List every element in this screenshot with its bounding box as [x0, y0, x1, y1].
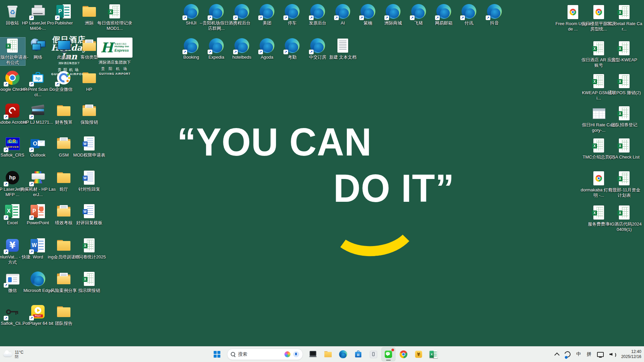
- excelf-icon: X: [616, 105, 632, 121]
- wordf-icon: W: [81, 135, 97, 152]
- desktop-icon[interactable]: ↗ HP LaserJet Pro M404-...: [25, 3, 51, 31]
- desktop-icon-label: 指示牌报销: [71, 288, 107, 293]
- clock[interactable]: 12:40 2025/12/16: [621, 349, 641, 359]
- ime-mode-indicator[interactable]: 中: [576, 351, 581, 357]
- edge-icon: ↗: [310, 38, 326, 54]
- ime-pinyin-indicator[interactable]: 拼: [587, 351, 591, 357]
- desktop-icon[interactable]: HP: [76, 70, 102, 92]
- desktop-icon[interactable]: ↗ 抖音: [482, 3, 507, 26]
- wallpaper-hero-line1: “YOU CAN: [177, 123, 372, 162]
- shortcut-arrow-icon: ↗: [460, 15, 465, 20]
- desktop-icon[interactable]: X 指示牌报销: [76, 271, 102, 293]
- taskbar-app-kunlun-vat[interactable]: ¥: [412, 347, 426, 361]
- desktop-icon[interactable]: X GSA Check List: [611, 137, 637, 160]
- desktop-icon[interactable]: X 每日值班经理记录MOD1...: [102, 3, 127, 31]
- tray-sync-icon[interactable]: [564, 350, 572, 359]
- txt-icon: [335, 38, 351, 54]
- network-icon[interactable]: [597, 352, 604, 357]
- desktop-icon[interactable]: X 假日酒店 AR 应收账号: [586, 40, 611, 68]
- excelf-icon: X: [616, 4, 632, 20]
- shortcut-arrow-icon: ↗: [182, 50, 187, 54]
- hpcircle-icon: hp↗: [4, 170, 20, 186]
- taskbar-app-microsoft-edge[interactable]: [336, 347, 350, 361]
- taskbar-app-google-chrome[interactable]: [396, 347, 411, 361]
- key-icon: ↗: [4, 304, 20, 320]
- desktop-icon[interactable]: X HB问卷统计2025: [76, 237, 102, 260]
- shortcut-arrow-icon: ↗: [55, 15, 60, 20]
- desktop-icon[interactable]: hp↗ HP Print Scan Doct...: [25, 70, 51, 98]
- pubapp-icon: P↗: [56, 3, 72, 19]
- desktop-icon[interactable]: X GC Retail Rate Car...: [611, 4, 637, 32]
- desktop-icon-label: GC Retail Rate Car...: [606, 21, 642, 32]
- desktop-icon[interactable]: X KWEAP GSM Dai...: [586, 73, 611, 101]
- desktop-icon[interactable]: 客信类型: [76, 38, 102, 60]
- volume-icon[interactable]: [609, 352, 615, 357]
- taskbar-app-wechat[interactable]: [381, 347, 395, 361]
- desktop-icon[interactable]: W 针对性回复: [76, 170, 102, 192]
- desktop-icon-label: HB问卷统计2025: [71, 254, 107, 260]
- desktop-icon[interactable]: 新建 文本文档: [330, 38, 356, 60]
- edge-icon: ↗: [385, 3, 401, 19]
- desktop-icon[interactable]: X IHG酒店代码20240409(1): [611, 204, 637, 232]
- desktop-icon-label: 客信类型: [71, 55, 107, 60]
- shortcut-arrow-icon: ↗: [29, 15, 34, 20]
- desktop-icon-label: 团队招券登记: [606, 122, 642, 128]
- shortcut-arrow-icon: ↗: [283, 15, 288, 20]
- desktop-icon[interactable]: X 通联POS 撤销(2): [611, 73, 637, 96]
- desktop-icon[interactable]: X 新版付款申请表-有公式: [0, 38, 25, 65]
- desktop-icon[interactable]: X 房型-KWEAP: [611, 40, 637, 63]
- hi-logo-group: 洲际酒店集团旗下: [42, 62, 96, 65]
- search-input[interactable]: 搜索: [227, 349, 303, 360]
- folderD-icon: [56, 135, 72, 152]
- shortcut-arrow-icon: ↗: [233, 15, 238, 20]
- desktop-icon[interactable]: ↗ 购买耗材 - HP LaserJ...: [25, 170, 51, 197]
- desktop-icon[interactable]: 保险报销: [76, 103, 102, 125]
- start-button[interactable]: [210, 347, 224, 361]
- folder-icon: [56, 170, 72, 186]
- edge-icon: ↗: [284, 38, 300, 54]
- desktop-icon[interactable]: ¥↗ KunlunVat... - 快捷方式: [0, 237, 25, 265]
- network-icon: [30, 38, 46, 54]
- desktop-icon-label: HP: [71, 87, 107, 92]
- taskbar-app-app-window-dark[interactable]: [306, 347, 320, 361]
- folder-icon: [81, 70, 97, 86]
- hpsuite-icon: hp↗: [30, 70, 46, 86]
- shortcut-arrow-icon: ↗: [29, 82, 34, 86]
- desktop-icon[interactable]: ↗ --贵阳机场假日酒店群网...: [204, 3, 229, 31]
- tablef-icon: [591, 105, 607, 121]
- taskbar-app-excel[interactable]: X: [427, 347, 441, 361]
- desktop-icon-label: 房型-KWEAP: [606, 57, 642, 63]
- shortcut-arrow-icon: ↗: [4, 215, 8, 220]
- search-mic-icon[interactable]: [293, 351, 299, 357]
- desktop-icon[interactable]: 假日HI Rate Category-...: [586, 105, 611, 133]
- weather-widget[interactable]: 11°C 阴: [3, 347, 23, 362]
- search-highlight-icon[interactable]: [284, 351, 290, 357]
- desktop-icon-label: 抖音: [476, 20, 513, 26]
- taskbar-app-file-explorer[interactable]: [321, 347, 335, 361]
- htmlf-icon: [591, 4, 607, 20]
- microsoft-edge-icon: [339, 350, 347, 359]
- folder-icon: [56, 237, 72, 253]
- monitor-icon: [56, 38, 72, 54]
- taskbar-app-phone-app[interactable]: [366, 347, 380, 361]
- edge-icon: ↗: [208, 3, 224, 19]
- folderD-icon: [81, 103, 97, 119]
- desktop-icon[interactable]: X 团队招券登记: [611, 105, 637, 128]
- desktop-icon[interactable]: X 前厅部-11月资金计划表: [611, 170, 637, 198]
- app-window-dark-icon: [309, 350, 317, 359]
- desktop-icon[interactable]: W MOD权限申请表: [76, 135, 102, 158]
- vat-icon: ¥↗: [4, 237, 20, 253]
- htmlf-icon: [565, 4, 581, 20]
- desktop-icon[interactable]: W 好评回复模板: [76, 203, 102, 226]
- edge-icon: ↗: [183, 38, 199, 54]
- tray-chevron-up-icon[interactable]: [554, 353, 560, 358]
- folderD-icon: [81, 38, 97, 54]
- taskbar-app-microsoft-store[interactable]: [351, 347, 365, 361]
- desktop-icon-label: 针对性回复: [71, 187, 107, 192]
- shortcut-arrow-icon: ↗: [334, 15, 339, 20]
- shortcut-arrow-icon: ↗: [359, 15, 364, 20]
- excelf-icon: X: [616, 40, 632, 56]
- clock-time: 12:40: [621, 349, 641, 354]
- desktop-icon[interactable]: 团队报告: [51, 304, 76, 326]
- saflok-icon: CRSERVER↗: [4, 135, 20, 152]
